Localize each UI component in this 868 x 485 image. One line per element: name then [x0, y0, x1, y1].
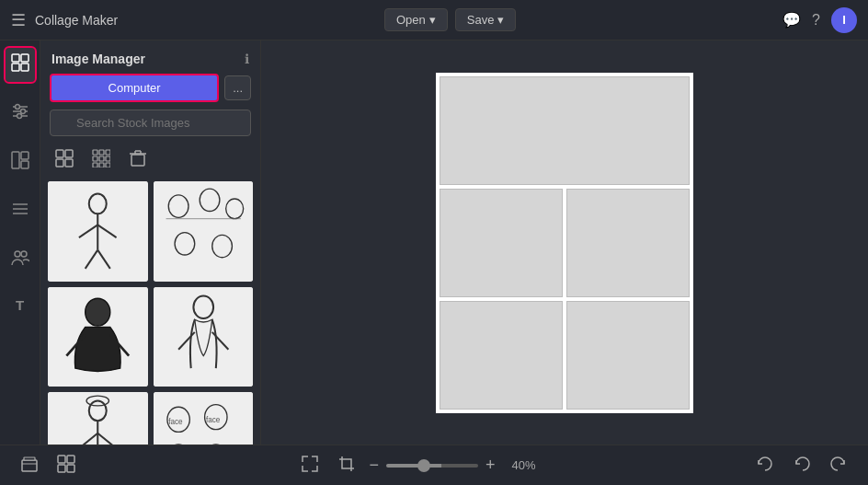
grid2-view-button[interactable]: [86, 147, 116, 174]
svg-rect-10: [12, 152, 19, 168]
sidebar-item-layout[interactable]: [6, 145, 35, 179]
cell-bot-right[interactable]: [566, 301, 690, 410]
info-icon[interactable]: ℹ: [245, 52, 249, 66]
svg-rect-88: [24, 457, 35, 460]
comment-icon[interactable]: 💬: [782, 11, 801, 29]
svg-point-9: [17, 114, 21, 119]
zoom-label: 40%: [503, 458, 536, 472]
cell-bot-left[interactable]: [440, 301, 563, 410]
list-item[interactable]: [154, 181, 254, 282]
svg-rect-29: [99, 163, 104, 167]
crop-button[interactable]: [332, 451, 361, 480]
svg-rect-2: [12, 64, 19, 71]
svg-rect-19: [65, 150, 73, 157]
grid-view-button[interactable]: [50, 147, 79, 174]
cell-mid-left[interactable]: [440, 189, 563, 297]
layer-button[interactable]: [15, 451, 44, 480]
redo-button[interactable]: [824, 451, 853, 480]
save-button[interactable]: Save ▾: [455, 8, 517, 31]
image-manager-panel: Image Manager ℹ Computer ... 🔍: [40, 40, 261, 445]
save-chevron: ▾: [497, 13, 504, 27]
svg-rect-54: [154, 287, 254, 387]
sidebar-item-list[interactable]: [6, 194, 35, 228]
list-item[interactable]: [48, 287, 148, 387]
svg-rect-28: [93, 163, 97, 167]
grid-toggle-button[interactable]: [51, 451, 81, 480]
svg-rect-0: [12, 54, 19, 62]
topbar: ☰ Collage Maker Open ▾ Save ▾ 💬 ? I: [0, 0, 868, 40]
svg-rect-93: [67, 465, 74, 472]
canvas-container[interactable]: [261, 40, 868, 445]
svg-point-51: [86, 298, 110, 326]
sidebar-item-text[interactable]: T: [10, 292, 29, 318]
app-title: Collage Maker: [35, 13, 118, 28]
svg-rect-21: [65, 159, 73, 167]
collage-board: [436, 73, 693, 413]
svg-text:face: face: [205, 416, 220, 424]
svg-point-8: [20, 110, 25, 114]
delete-button[interactable]: [123, 147, 153, 174]
svg-rect-30: [106, 163, 110, 167]
image-grid: face face: [48, 181, 253, 445]
svg-rect-12: [21, 161, 29, 168]
sidebar-item-people[interactable]: [6, 243, 35, 277]
cell-top[interactable]: [440, 76, 690, 185]
tab-computer[interactable]: Computer: [50, 74, 219, 102]
panel-tabs: Computer ...: [40, 74, 260, 110]
svg-rect-27: [106, 156, 110, 161]
svg-rect-26: [99, 156, 104, 161]
open-chevron: ▾: [429, 13, 436, 27]
panel-header: Image Manager ℹ: [40, 40, 260, 74]
search-bar: 🔍: [50, 110, 251, 136]
search-input[interactable]: [50, 110, 251, 136]
save-label: Save: [467, 13, 495, 27]
svg-rect-1: [21, 54, 29, 62]
help-icon[interactable]: ?: [812, 12, 820, 29]
svg-text:face: face: [168, 418, 183, 426]
svg-rect-24: [106, 150, 110, 155]
svg-point-7: [15, 105, 19, 110]
svg-rect-43: [154, 181, 254, 282]
search-wrap: 🔍: [50, 110, 251, 136]
menu-icon[interactable]: ☰: [11, 10, 26, 30]
rotate-button[interactable]: [750, 451, 780, 480]
sidebar-item-filters[interactable]: [6, 97, 35, 131]
svg-rect-23: [99, 150, 104, 155]
bottombar-center: − + 40%: [295, 451, 535, 480]
list-item[interactable]: [48, 181, 148, 282]
svg-rect-90: [58, 456, 65, 463]
zoom-slider[interactable]: [386, 464, 478, 468]
undo-button[interactable]: [787, 451, 817, 480]
list-item[interactable]: [154, 287, 254, 387]
sidebar-item-image-manager[interactable]: [6, 48, 35, 82]
bottombar: − + 40%: [0, 445, 868, 485]
svg-point-16: [15, 251, 20, 257]
open-button[interactable]: Open ▾: [384, 8, 448, 31]
panel-title: Image Manager: [51, 52, 145, 66]
svg-rect-31: [131, 155, 144, 166]
svg-rect-18: [56, 150, 63, 157]
fit-button[interactable]: [295, 451, 325, 480]
svg-rect-91: [67, 456, 74, 463]
panel-toolbar: [40, 144, 260, 181]
list-item[interactable]: [48, 392, 148, 445]
topbar-right: 💬 ? I: [782, 7, 857, 33]
image-grid-container: face face: [40, 181, 260, 445]
cell-mid-right[interactable]: [566, 189, 690, 297]
avatar[interactable]: I: [831, 7, 857, 33]
svg-rect-92: [58, 465, 65, 472]
bottombar-left: [15, 451, 81, 480]
open-label: Open: [396, 13, 426, 27]
svg-point-17: [21, 251, 27, 257]
main-area: T Image Manager ℹ Computer ... 🔍: [0, 40, 868, 445]
list-item[interactable]: face face: [154, 392, 254, 445]
zoom-out-button[interactable]: −: [369, 456, 379, 475]
svg-rect-22: [93, 150, 97, 155]
svg-rect-25: [93, 156, 97, 161]
topbar-left: ☰ Collage Maker: [11, 10, 118, 30]
tab-more[interactable]: ...: [224, 75, 251, 100]
zoom-in-button[interactable]: +: [485, 456, 496, 475]
svg-rect-87: [22, 460, 37, 471]
svg-rect-3: [21, 64, 29, 71]
canvas-area: [261, 40, 868, 445]
